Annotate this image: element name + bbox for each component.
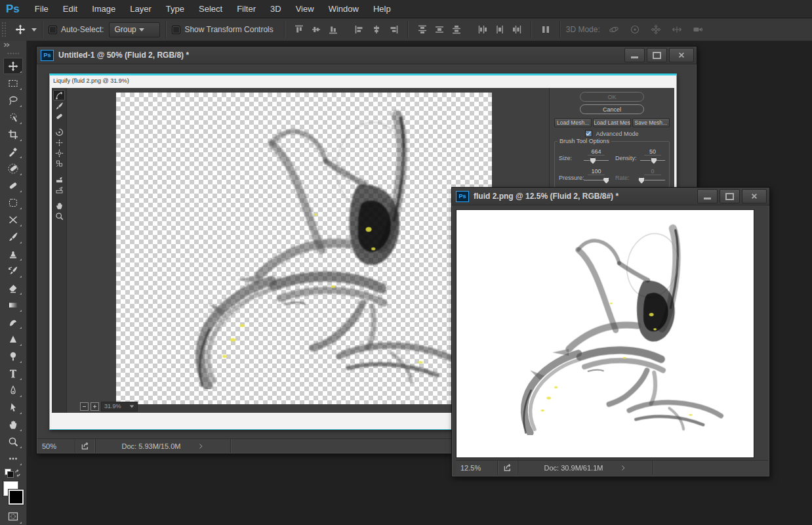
menu-type[interactable]: Type [159,0,192,18]
eraser-tool[interactable] [3,280,23,296]
orbit-icon[interactable] [607,22,621,37]
auto-select-checkbox[interactable] [49,26,57,34]
path-selection-tool[interactable] [3,399,23,415]
document-info[interactable]: Doc: 30.9M/61.1M [518,461,653,474]
density-slider[interactable] [640,156,665,163]
preview-zoom-select[interactable]: 31.9% [101,402,138,411]
smudge-tool[interactable] [3,314,23,330]
brush-tool[interactable] [3,228,23,245]
history-brush-tool[interactable] [3,262,23,279]
zoom-level-field[interactable]: 12.5% [456,461,498,474]
hand-tool[interactable] [53,200,65,211]
type-tool[interactable] [3,365,23,381]
minimize-button[interactable] [624,48,645,62]
export-icon[interactable] [75,441,95,451]
crop-tool[interactable] [3,126,23,142]
density-value[interactable]: 50 [644,148,662,156]
bloat-tool[interactable] [53,148,65,158]
menu-3d[interactable]: 3D [263,0,289,18]
tools-panel-grip[interactable] [7,52,19,55]
zoom-in-button[interactable] [91,402,99,411]
load-mesh-button[interactable]: Load Mesh... [554,118,592,127]
menu-window[interactable]: Window [321,0,366,18]
lasso-tool[interactable] [3,92,23,108]
menu-view[interactable]: View [289,0,321,18]
ok-button[interactable]: OK [580,92,644,102]
menu-file[interactable]: File [28,0,56,18]
menu-filter[interactable]: Filter [230,0,263,18]
tool-preset-caret-icon[interactable] [31,28,37,32]
status-chevron-icon[interactable] [620,464,626,472]
cancel-button[interactable]: Cancel [580,104,644,114]
ellipsis-tool[interactable] [3,450,23,467]
patch-tool[interactable] [3,194,23,211]
advanced-mode-checkbox[interactable] [585,130,592,137]
tool-preset-move-icon[interactable] [13,22,28,37]
zoom-out-button[interactable] [80,402,89,411]
hand-tool[interactable] [3,416,23,432]
spot-healing-tool[interactable] [3,160,23,177]
twirl-clockwise-tool[interactable] [53,127,65,137]
menu-edit[interactable]: Edit [56,0,85,18]
content-aware-move-tool[interactable] [3,211,23,228]
pen-tool[interactable] [3,382,23,398]
size-slider[interactable] [584,156,609,163]
thaw-mask-tool[interactable] [53,184,65,195]
liquify-canvas[interactable] [116,93,492,404]
swap-colors-icon[interactable] [13,469,22,478]
maximize-button[interactable] [720,189,740,203]
save-mesh-button[interactable]: Save Mesh... [632,118,670,127]
load-last-mesh-button[interactable]: Load Last Mesh [593,118,630,127]
size-slider-thumb[interactable] [590,158,596,164]
dodge-tool[interactable] [3,348,23,364]
auto-select-dropdown[interactable]: Group [109,22,160,37]
window-title-bar[interactable]: Ps Untitled-1 @ 50% (Fluid 2, RGB/8) * [37,47,697,64]
rect-marquee-tool[interactable] [3,75,23,91]
align-right-icon[interactable] [386,22,401,37]
show-transform-checkbox[interactable] [172,26,180,34]
menu-select[interactable]: Select [192,0,230,18]
minimize-button[interactable] [697,189,718,203]
window-title-bar[interactable]: Ps fluid 2.png @ 12.5% (Fluid 2, RGB/8#)… [452,188,769,205]
healing-brush-tool[interactable] [3,177,23,194]
menu-help[interactable]: Help [366,0,398,18]
slide-icon[interactable] [670,22,684,37]
roll-icon[interactable] [628,22,642,37]
status-chevron-icon[interactable] [197,442,204,450]
zoom-tool[interactable] [3,433,23,450]
size-value[interactable]: 664 [588,148,605,156]
dist-bottom-icon[interactable] [449,22,464,37]
close-button[interactable] [742,189,767,203]
quick-selection-tool[interactable] [3,109,23,125]
align-bottom-icon[interactable] [326,22,340,37]
density-slider-thumb[interactable] [651,158,657,164]
move-tool[interactable] [3,58,23,74]
dist-top-icon[interactable] [415,22,430,37]
document-info[interactable]: Doc: 5.93M/15.0M [95,439,231,453]
dist-right-icon[interactable] [510,22,524,37]
export-icon[interactable] [498,463,518,472]
pan3d-icon[interactable] [649,22,663,37]
options-bar-grip[interactable] [1,22,8,37]
dist-left-icon[interactable] [476,22,490,37]
camera-icon[interactable] [691,22,705,37]
liquify-dialog-title[interactable]: Liquify (fluid 2.png @ 31.9%) [50,75,676,86]
align-center-icon[interactable] [369,22,384,37]
close-button[interactable] [669,48,694,62]
dist-center-icon[interactable] [493,22,507,37]
align-top-icon[interactable] [292,22,306,37]
dist-middle-icon[interactable] [432,22,447,37]
forward-warp-tool[interactable] [53,90,65,100]
smooth-tool[interactable] [53,111,65,121]
freeze-mask-tool[interactable] [53,174,65,184]
eyedropper-tool[interactable] [3,143,23,159]
reconstruct-tool[interactable] [53,100,65,111]
blur-tool[interactable] [3,331,23,347]
maximize-button[interactable] [647,48,667,62]
align-left-icon[interactable] [352,22,367,37]
expand-panel-icon[interactable] [0,41,26,51]
pressure-value[interactable]: 100 [588,168,605,175]
push-left-tool[interactable] [53,158,65,169]
gradient-tool[interactable] [3,297,23,313]
zoom-tool[interactable] [53,211,65,221]
